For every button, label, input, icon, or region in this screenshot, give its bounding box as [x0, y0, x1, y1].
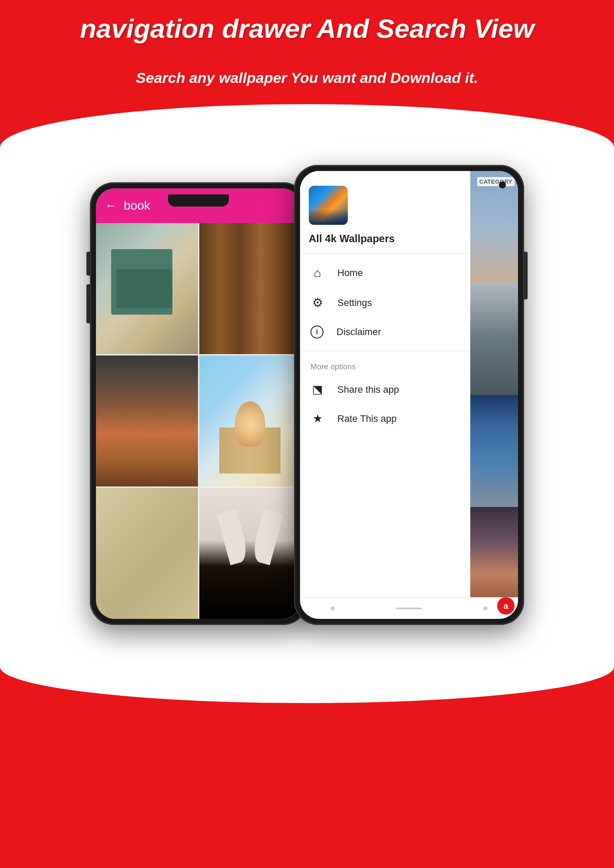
strip-wallpaper-1: CATEGORY — [470, 171, 518, 283]
strip-wallpaper-2 — [470, 283, 518, 395]
left-phone-frame: ← book — [90, 182, 307, 625]
back-arrow-icon[interactable]: ← — [105, 199, 117, 213]
wallpaper-strip: CATEGORY a — [470, 171, 518, 619]
notch — [168, 194, 229, 207]
drawer-divider-middle — [300, 351, 470, 351]
grid-item-book-heart[interactable] — [199, 488, 301, 619]
category-label: CATEGORY — [477, 177, 515, 186]
grid-item-stacked-books[interactable] — [96, 355, 198, 487]
nav-home[interactable] — [396, 608, 422, 609]
gear-icon: ⚙ — [310, 296, 324, 310]
rate-label: Rate This app — [337, 413, 397, 424]
left-phone-screen: ← book — [96, 188, 301, 619]
grid-item-rose-book[interactable] — [199, 355, 301, 487]
drawer-divider-top — [300, 253, 470, 254]
share-icon: ⬔ — [310, 383, 324, 396]
right-phone-frame: All 4k Wallpapers ⌂ Home ⚙ Settings — [294, 165, 524, 625]
star-icon: ★ — [310, 412, 324, 425]
camera-hole-icon — [499, 181, 506, 188]
grid-item-handwriting[interactable] — [96, 488, 198, 619]
page-subtitle: Search any wallpaper You want and Downlo… — [0, 69, 614, 86]
volume-up-button — [86, 252, 90, 276]
phones-container: ← book — [0, 148, 614, 807]
grid-item-typewriter[interactable] — [96, 223, 198, 354]
nav-recents[interactable] — [483, 606, 488, 611]
navigation-drawer: All 4k Wallpapers ⌂ Home ⚙ Settings — [300, 171, 470, 619]
more-options-label: More options — [300, 355, 470, 375]
app-logo — [309, 186, 348, 225]
left-phone: ← book — [90, 182, 307, 625]
right-phone: All 4k Wallpapers ⌂ Home ⚙ Settings — [294, 165, 524, 625]
right-phone-screen: All 4k Wallpapers ⌂ Home ⚙ Settings — [300, 171, 518, 619]
drawer-item-home[interactable]: ⌂ Home — [300, 258, 470, 288]
floating-app-icon: a — [497, 597, 515, 615]
info-icon: i — [310, 326, 324, 339]
home-label: Home — [337, 267, 363, 279]
strip-wallpaper-3 — [470, 395, 518, 507]
disclaimer-label: Disclaimer — [337, 326, 381, 338]
image-grid — [96, 223, 301, 619]
drawer-item-disclaimer[interactable]: i Disclaimer — [300, 318, 470, 346]
drawer-header: All 4k Wallpapers — [300, 171, 470, 249]
page-title: navigation drawer And Search View — [0, 13, 614, 44]
volume-down-button — [86, 284, 90, 323]
drawer-item-settings[interactable]: ⚙ Settings — [300, 288, 470, 318]
drawer-item-share[interactable]: ⬔ Share this app — [300, 375, 470, 404]
bottom-navigation — [300, 597, 518, 619]
nav-back[interactable] — [330, 606, 335, 611]
drawer-item-rate[interactable]: ★ Rate This app — [300, 404, 470, 433]
home-icon: ⌂ — [310, 266, 324, 280]
search-term-display: book — [124, 199, 150, 213]
right-power-button — [524, 252, 528, 299]
grid-item-old-books[interactable] — [199, 223, 301, 354]
settings-label: Settings — [337, 297, 372, 309]
share-label: Share this app — [337, 384, 399, 395]
app-name: All 4k Wallpapers — [309, 233, 462, 245]
